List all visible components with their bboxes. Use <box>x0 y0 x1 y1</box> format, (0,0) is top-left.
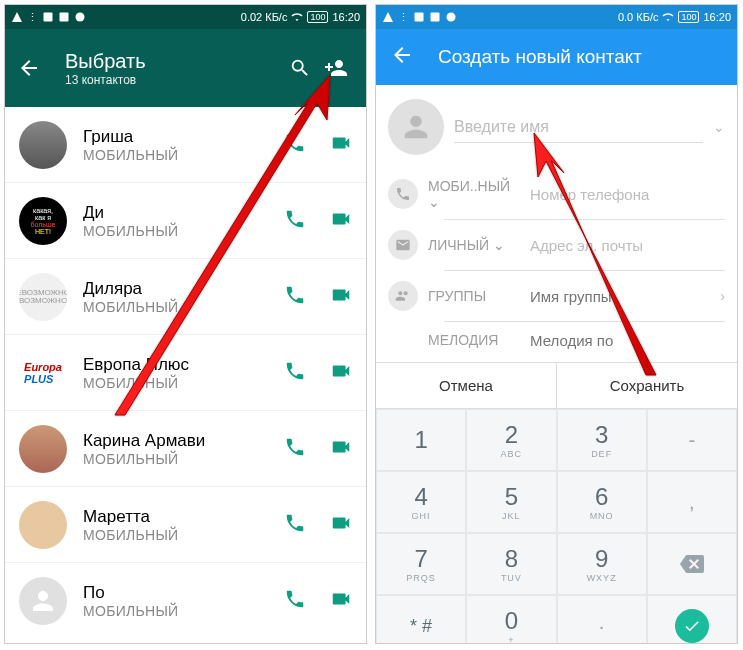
groups-input[interactable]: Имя группы <box>530 288 710 305</box>
key-8[interactable]: 8TUV <box>466 533 556 595</box>
contact-row[interactable]: По МОБИЛЬНЫЙ <box>5 563 366 639</box>
avatar: EuropaPLUS <box>19 349 67 397</box>
key-5[interactable]: 5JKL <box>466 471 556 533</box>
call-icon[interactable] <box>284 132 306 158</box>
key-3[interactable]: 3DEF <box>557 409 647 471</box>
call-icon[interactable] <box>284 360 306 386</box>
key-0[interactable]: 0+ <box>466 595 556 644</box>
svg-rect-3 <box>415 13 424 22</box>
contact-row[interactable]: Карина Армави МОБИЛЬНЫЙ <box>5 411 366 487</box>
call-icon[interactable] <box>284 208 306 234</box>
key-dash[interactable]: - <box>647 409 737 471</box>
contact-row[interactable]: Гриша МОБИЛЬНЫЙ <box>5 107 366 183</box>
save-button[interactable]: Сохранить <box>557 363 737 408</box>
key-backspace[interactable] <box>647 533 737 595</box>
svg-rect-1 <box>60 13 69 22</box>
phone-type-dropdown[interactable]: МОБИ..НЫЙ ⌄ <box>428 178 520 210</box>
call-icon[interactable] <box>284 284 306 310</box>
groups-icon <box>388 281 418 311</box>
call-icon[interactable] <box>284 588 306 614</box>
chevron-right-icon: › <box>720 288 725 304</box>
email-input[interactable]: Адрес эл. почты <box>530 237 725 254</box>
data-rate: 0.0 КБ/с <box>618 11 659 23</box>
call-icon[interactable] <box>284 436 306 462</box>
avatar <box>19 501 67 549</box>
page-title: Создать новый контакт <box>438 46 642 68</box>
svg-point-2 <box>76 13 85 22</box>
page-title: Выбрать <box>65 50 282 73</box>
clock: 16:20 <box>332 11 360 23</box>
phone-input[interactable]: Номер телефона <box>530 186 725 203</box>
key-symbols[interactable]: * # <box>376 595 466 644</box>
contact-row[interactable]: какая,как ябольшеНЕТ! Ди МОБИЛЬНЫЙ <box>5 183 366 259</box>
avatar <box>19 121 67 169</box>
call-icon[interactable] <box>284 512 306 538</box>
video-icon[interactable] <box>330 436 352 462</box>
add-contact-button[interactable] <box>318 50 354 86</box>
name-input[interactable]: Введите имя <box>454 112 703 143</box>
status-bar: ⋮ 0.02 КБ/с 100 16:20 <box>5 5 366 29</box>
avatar: какая,как ябольшеНЕТ! <box>19 197 67 245</box>
video-icon[interactable] <box>330 512 352 538</box>
cancel-button[interactable]: Отмена <box>376 363 557 408</box>
video-icon[interactable] <box>330 132 352 158</box>
key-7[interactable]: 7PRQS <box>376 533 466 595</box>
app-bar: Выбрать 13 контактов <box>5 29 366 107</box>
page-subtitle: 13 контактов <box>65 73 282 87</box>
back-button[interactable] <box>17 56 41 80</box>
contact-row[interactable]: Маретта МОБИЛЬНЫЙ <box>5 487 366 563</box>
clock: 16:20 <box>703 11 731 23</box>
key-2[interactable]: 2ABC <box>466 409 556 471</box>
contact-row[interactable]: НЕВОЗМОЖНОЕВОЗМОЖНО Диляра МОБИЛЬНЫЙ <box>5 259 366 335</box>
key-1[interactable]: 1 <box>376 409 466 471</box>
email-icon <box>388 230 418 260</box>
key-6[interactable]: 6MNO <box>557 471 647 533</box>
avatar: НЕВОЗМОЖНОЕВОЗМОЖНО <box>19 273 67 321</box>
avatar <box>19 577 67 625</box>
svg-point-5 <box>447 13 456 22</box>
video-icon[interactable] <box>330 588 352 614</box>
app-bar: Создать новый контакт <box>376 29 737 85</box>
status-bar: ⋮ 0.0 КБ/с 100 16:20 <box>376 5 737 29</box>
key-9[interactable]: 9WXYZ <box>557 533 647 595</box>
expand-icon[interactable]: ⌄ <box>713 119 725 135</box>
avatar-placeholder[interactable] <box>388 99 444 155</box>
key-comma[interactable]: , <box>647 471 737 533</box>
video-icon[interactable] <box>330 360 352 386</box>
back-button[interactable] <box>390 43 414 71</box>
ringtone-input[interactable]: Мелодия по <box>530 332 725 349</box>
contact-form: Введите имя ⌄ МОБИ..НЫЙ ⌄ Номер телефона… <box>376 85 737 358</box>
key-4[interactable]: 4GHI <box>376 471 466 533</box>
video-icon[interactable] <box>330 284 352 310</box>
phone-icon <box>388 179 418 209</box>
key-dot[interactable]: · <box>557 595 647 644</box>
whatsapp-select-screen: ⋮ 0.02 КБ/с 100 16:20 Выбрать 13 контакт… <box>4 4 367 644</box>
key-done[interactable] <box>647 595 737 644</box>
svg-rect-4 <box>431 13 440 22</box>
avatar <box>19 425 67 473</box>
contact-list[interactable]: Гриша МОБИЛЬНЫЙ какая,как ябольшеНЕТ! Ди… <box>5 107 366 639</box>
search-button[interactable] <box>282 50 318 86</box>
create-contact-screen: ⋮ 0.0 КБ/с 100 16:20 Создать новый конта… <box>375 4 738 644</box>
email-type-dropdown[interactable]: ЛИЧНЫЙ ⌄ <box>428 237 520 253</box>
data-rate: 0.02 КБ/с <box>241 11 288 23</box>
svg-rect-0 <box>44 13 53 22</box>
contact-row[interactable]: EuropaPLUS Европа Плюс МОБИЛЬНЫЙ <box>5 335 366 411</box>
video-icon[interactable] <box>330 208 352 234</box>
numeric-keypad: 1 2ABC 3DEF - 4GHI 5JKL 6MNO , 7PRQS 8TU… <box>376 409 737 644</box>
